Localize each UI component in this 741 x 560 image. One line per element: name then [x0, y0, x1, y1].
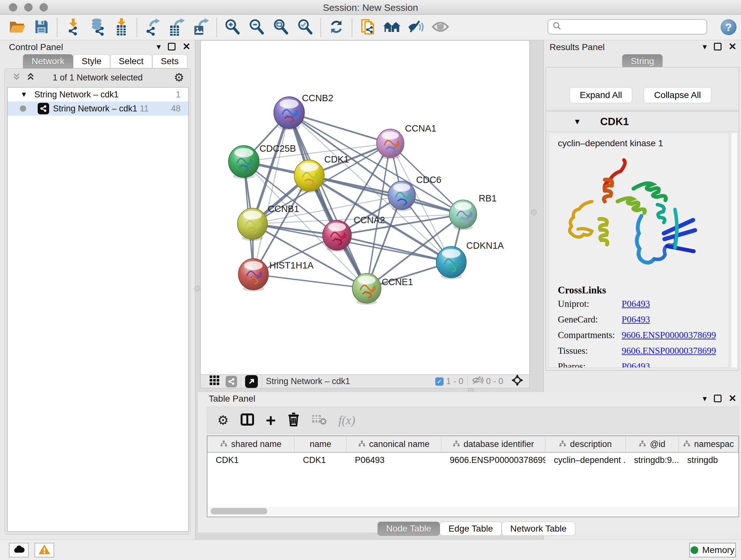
- node-table[interactable]: shared namenamecanonical namedatabase id…: [207, 435, 739, 517]
- zoom-selected-button[interactable]: [295, 17, 315, 38]
- table-cell[interactable]: CDK1: [294, 453, 347, 468]
- tab-sets[interactable]: Sets: [152, 54, 187, 68]
- warnings-button[interactable]: [35, 543, 54, 557]
- right-splitter-handle[interactable]: [531, 209, 537, 215]
- tab-network[interactable]: Network: [23, 54, 73, 68]
- crosslink-link[interactable]: P06493: [622, 314, 650, 325]
- network-edge-CCNB2-CCNA1[interactable]: [289, 113, 390, 143]
- zoom-out-button[interactable]: [246, 17, 267, 38]
- tab-string[interactable]: String: [622, 54, 663, 68]
- close-panel-icon[interactable]: ✕: [183, 42, 191, 51]
- crosslink-label: GeneCard:: [558, 314, 622, 325]
- export-network-button[interactable]: [142, 17, 163, 38]
- crosslink-link[interactable]: 9606.ENSP00000378699: [622, 346, 716, 356]
- search-input[interactable]: [562, 22, 699, 32]
- memory-button[interactable]: Memory: [689, 543, 736, 557]
- network-node-CDK1[interactable]: [294, 160, 324, 193]
- column-header-canonical-name[interactable]: canonical name: [347, 436, 441, 452]
- network-node-CCNA1[interactable]: [377, 129, 404, 159]
- float-panel-icon[interactable]: [168, 43, 176, 51]
- zoom-fit-button[interactable]: [271, 17, 291, 38]
- table-hscrollbar[interactable]: [208, 507, 738, 515]
- table-options-gear-icon[interactable]: ⚙: [217, 413, 229, 428]
- crosslink-link[interactable]: P06493: [622, 361, 650, 368]
- refresh-button[interactable]: [326, 17, 347, 38]
- tab-network-table[interactable]: Network Table: [502, 522, 576, 536]
- cloud-button[interactable]: [9, 543, 29, 557]
- network-node-CDC25B[interactable]: [228, 145, 259, 179]
- crosshair-icon[interactable]: [511, 374, 524, 389]
- refresh-icon: [329, 19, 344, 36]
- close-panel-icon[interactable]: ✕: [729, 42, 737, 51]
- delete-column-icon[interactable]: [287, 412, 300, 428]
- panel-menu-icon[interactable]: ▾: [157, 43, 161, 51]
- genemania-button[interactable]: [382, 17, 402, 38]
- table-cell[interactable]: cyclin–dependent ...: [545, 453, 625, 468]
- clone-network-button[interactable]: [357, 17, 378, 38]
- column-label: description: [570, 439, 612, 449]
- float-panel-icon[interactable]: [714, 43, 722, 51]
- birdseye-grid-icon[interactable]: [209, 375, 220, 388]
- selected-checkbox-icon[interactable]: ✓: [435, 377, 444, 386]
- string-badge-icon[interactable]: [226, 376, 237, 387]
- network-view-canvas[interactable]: CCNB2CCNA1CDC25BCDK1CDC6RB1CCNB1CCNA2CDK…: [200, 40, 530, 375]
- network-node-CDC6[interactable]: [388, 181, 415, 211]
- float-panel-icon[interactable]: [714, 395, 722, 402]
- help-button[interactable]: ?: [721, 19, 737, 35]
- network-node-CCNB1[interactable]: [238, 208, 267, 241]
- results-scrollbar[interactable]: [731, 133, 738, 368]
- tab-edge-table[interactable]: Edge Table: [440, 522, 502, 536]
- column-header--id[interactable]: @id: [626, 436, 679, 452]
- zoom-selected-icon: [297, 18, 313, 37]
- panel-menu-icon[interactable]: ▾: [703, 43, 707, 51]
- collection-label: String Network – cdk1: [35, 90, 119, 100]
- import-database-button[interactable]: [87, 17, 107, 38]
- network-row-selected[interactable]: String Network – cdk1 11 48: [8, 102, 188, 116]
- table-cell[interactable]: stringdb:9...: [626, 453, 679, 468]
- open-in-window-icon[interactable]: [245, 375, 258, 388]
- import-table-button[interactable]: [111, 17, 131, 38]
- save-session-button[interactable]: [31, 17, 52, 38]
- left-splitter-handle[interactable]: [194, 286, 200, 292]
- table-cell[interactable]: stringdb: [679, 453, 738, 468]
- network-node-CDKN1A[interactable]: [436, 246, 466, 279]
- network-edge-HIST1H1A-CCNE1[interactable]: [253, 274, 367, 288]
- network-node-HIST1H1A[interactable]: [239, 259, 268, 292]
- network-node-CCNE1[interactable]: [352, 273, 381, 305]
- section-collapse-icon[interactable]: ▼: [574, 117, 581, 126]
- hide-selected-button[interactable]: [406, 17, 426, 38]
- column-header-database-identifier[interactable]: database identifier: [441, 436, 545, 452]
- zoom-in-button[interactable]: [222, 17, 243, 38]
- crosslink-link[interactable]: P06493: [622, 299, 650, 309]
- show-columns-icon[interactable]: [240, 413, 254, 428]
- collapse-all-button[interactable]: Collapse All: [644, 87, 711, 103]
- column-header-namespac[interactable]: namespac: [679, 436, 738, 452]
- panel-menu-icon[interactable]: ▾: [703, 394, 707, 402]
- network-collection-row[interactable]: ▼ String Network – cdk1 1: [8, 87, 188, 102]
- crosslink-link[interactable]: 9606.ENSP00000378699: [622, 330, 716, 340]
- tab-select[interactable]: Select: [110, 54, 152, 68]
- table-cell[interactable]: P06493: [347, 453, 441, 468]
- import-network-button[interactable]: [63, 17, 83, 38]
- close-panel-icon[interactable]: ✕: [729, 394, 737, 403]
- tab-style[interactable]: Style: [73, 54, 110, 68]
- hidden-eye-icon[interactable]: [471, 375, 483, 387]
- export-image-button[interactable]: [191, 17, 211, 38]
- open-session-button[interactable]: [7, 17, 27, 38]
- expand-all-button[interactable]: Expand All: [569, 87, 632, 103]
- tab-node-table[interactable]: Node Table: [378, 522, 440, 536]
- network-node-RB1[interactable]: [449, 200, 477, 230]
- export-table-button[interactable]: [166, 17, 187, 38]
- column-header-name[interactable]: name: [294, 436, 347, 452]
- show-all-button[interactable]: [430, 17, 451, 38]
- add-column-icon[interactable]: +: [266, 414, 276, 427]
- table-cell[interactable]: CDK1: [207, 453, 294, 468]
- search-box[interactable]: [548, 19, 707, 35]
- bottom-status-bar: Memory: [0, 540, 741, 560]
- column-header-shared-name[interactable]: shared name: [207, 436, 294, 452]
- table-cell[interactable]: 9606.ENSP00000378699: [441, 453, 545, 468]
- collapse-triangle-icon[interactable]: ▼: [20, 90, 27, 99]
- table-hscroll-thumb[interactable]: [211, 508, 267, 514]
- import-network-icon: [65, 18, 80, 37]
- column-header-description[interactable]: description: [545, 436, 625, 452]
